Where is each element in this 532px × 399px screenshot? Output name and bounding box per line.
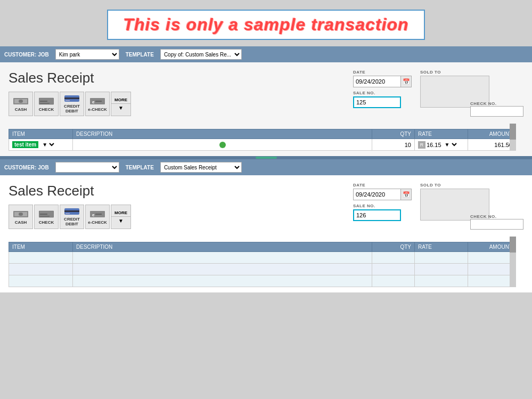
- cash-button-2[interactable]: CASH: [9, 205, 33, 229]
- sale-no-input-2[interactable]: [353, 209, 401, 221]
- empty-amount-2[interactable]: [468, 264, 516, 275]
- svg-rect-8: [66, 100, 70, 101]
- check-label-1: CHECK: [39, 107, 54, 112]
- payment-buttons-1: CASH CHECK: [9, 92, 131, 116]
- svg-rect-14: [19, 213, 23, 216]
- template-select-1[interactable]: Copy of: Custom Sales Re... Custom Sales…: [160, 49, 242, 60]
- empty-qty-2[interactable]: [372, 264, 415, 275]
- credit-debit-label-1: CREDITDEBIT: [64, 104, 80, 114]
- template-label-2: TEMPLATE: [126, 165, 154, 170]
- date-sale-group-2: DATE 📅 SALE NO.: [353, 183, 412, 221]
- qty-cell-1[interactable]: 10: [372, 139, 415, 151]
- svg-rect-7: [64, 97, 79, 99]
- scroll-thumb-2[interactable]: [510, 237, 516, 253]
- scrollbar-2[interactable]: [510, 237, 516, 287]
- more-button-2[interactable]: MORE ▼: [111, 205, 131, 229]
- form-top-row-2: Sales Receipt CASH: [9, 183, 523, 229]
- sale-no-label-2: SALE NO.: [353, 203, 412, 208]
- svg-text:e: e: [92, 213, 95, 217]
- template-select-2[interactable]: Custom Sales Receipt Copy of: Custom Sal…: [160, 162, 242, 173]
- empty-rate-2[interactable]: [415, 264, 468, 275]
- svg-text:e: e: [92, 100, 95, 104]
- credit-icon-2: [64, 207, 79, 216]
- check-icon-1: [39, 96, 54, 106]
- scrollbar-1[interactable]: [510, 124, 516, 151]
- calendar-icon-2[interactable]: 📅: [401, 189, 412, 200]
- amount-cell-1: 161.50: [468, 139, 516, 151]
- form-left-1: Sales Receipt CASH: [9, 70, 131, 116]
- desc-cell-1[interactable]: [73, 139, 372, 151]
- template-label-1: TEMPLATE: [126, 52, 154, 58]
- customer-job-select-1[interactable]: Kim park: [55, 49, 119, 60]
- rate-cell-1[interactable]: R 16.15 ▼: [415, 139, 468, 151]
- date-input-1[interactable]: [353, 76, 401, 87]
- cash-icon-2: [13, 209, 28, 219]
- date-group-2: DATE 📅: [353, 183, 412, 200]
- col-desc-1: DESCRIPTION: [73, 129, 372, 139]
- check-button-2[interactable]: CHECK: [34, 205, 59, 229]
- table-row: [9, 264, 516, 275]
- sale-no-group-2: SALE NO.: [353, 203, 412, 221]
- form-panel-2: Sales Receipt CASH: [0, 175, 532, 292]
- credit-debit-button-1[interactable]: CREDITDEBIT: [60, 92, 84, 116]
- table-row: test item ▼ 10 R 16.15: [9, 139, 516, 151]
- col-desc-2: DESCRIPTION: [73, 242, 372, 252]
- check-no-input-2[interactable]: [470, 219, 523, 230]
- item-tag-1: test item: [12, 141, 38, 148]
- col-amount-2: AMOUNT: [468, 242, 516, 252]
- separator-handle[interactable]: [256, 157, 277, 159]
- date-input-2[interactable]: [353, 189, 401, 200]
- date-group-1: DATE 📅: [353, 70, 412, 87]
- empty-item-3[interactable]: [9, 275, 73, 287]
- table-header-2: ITEM DESCRIPTION QTY RATE AMOUNT: [9, 242, 516, 252]
- banner-container: This is only a sample transaction: [0, 0, 532, 46]
- empty-amount-1[interactable]: [468, 252, 516, 264]
- item-cell-1[interactable]: test item ▼: [9, 139, 73, 151]
- more-button-1[interactable]: MORE ▼: [111, 92, 131, 116]
- sale-no-input-1[interactable]: [353, 96, 401, 108]
- scroll-thumb-1[interactable]: [510, 124, 516, 140]
- item-dropdown-1[interactable]: ▼: [40, 141, 56, 148]
- empty-qty-3[interactable]: [372, 275, 415, 287]
- sale-no-group-1: SALE NO.: [353, 91, 412, 108]
- form-panel-1: Sales Receipt CASH: [0, 62, 532, 156]
- calendar-icon-1[interactable]: 📅: [401, 76, 412, 87]
- table-body-2: [9, 252, 516, 287]
- empty-item-1[interactable]: [9, 252, 73, 264]
- empty-rate-3[interactable]: [415, 275, 468, 287]
- empty-amount-3[interactable]: [468, 275, 516, 287]
- cash-button-1[interactable]: CASH: [9, 92, 33, 116]
- check-no-area-1: CHECK NO.: [470, 100, 523, 117]
- col-qty-1: QTY: [372, 129, 415, 139]
- check-label-2: CHECK: [39, 220, 54, 225]
- check-no-input-1[interactable]: [470, 106, 523, 117]
- echeck-label-2: e-CHECK: [88, 220, 107, 225]
- table-header-1: ITEM DESCRIPTION QTY RATE AMOUNT: [9, 129, 516, 139]
- sold-to-label-1: SOLD TO: [420, 70, 489, 75]
- sold-to-label-2: SOLD TO: [420, 183, 489, 188]
- col-amount-1: AMOUNT: [468, 129, 516, 139]
- check-button-1[interactable]: CHECK: [34, 92, 59, 116]
- empty-item-2[interactable]: [9, 264, 73, 275]
- empty-qty-1[interactable]: [372, 252, 415, 264]
- empty-rate-1[interactable]: [415, 252, 468, 264]
- rate-dropdown-1[interactable]: ▼: [443, 141, 459, 148]
- progress-dot-1: [219, 142, 226, 148]
- empty-desc-3[interactable]: [73, 275, 372, 287]
- table-row: [9, 252, 516, 264]
- more-label-1: MORE: [111, 96, 130, 104]
- check-no-area-2: CHECK NO.: [470, 213, 523, 230]
- empty-desc-2[interactable]: [73, 264, 372, 275]
- echeck-button-1[interactable]: e e-CHECK: [85, 92, 110, 116]
- cash-label-2: CASH: [15, 220, 27, 225]
- banner-text: This is only a sample transaction: [123, 15, 408, 34]
- empty-desc-1[interactable]: [73, 252, 372, 264]
- customer-job-label-2: CUSTOMER: JOB: [4, 165, 49, 170]
- date-sale-group-1: DATE 📅 SALE NO.: [353, 70, 412, 108]
- table-area-1: ITEM DESCRIPTION QTY RATE AMOUNT test it…: [9, 124, 516, 151]
- credit-debit-button-2[interactable]: CREDITDEBIT: [60, 205, 84, 229]
- sales-table-2: ITEM DESCRIPTION QTY RATE AMOUNT: [9, 242, 516, 287]
- customer-job-select-2[interactable]: [55, 162, 119, 173]
- echeck-button-2[interactable]: e e-CHECK: [85, 205, 110, 229]
- sales-table-1: ITEM DESCRIPTION QTY RATE AMOUNT test it…: [9, 129, 516, 151]
